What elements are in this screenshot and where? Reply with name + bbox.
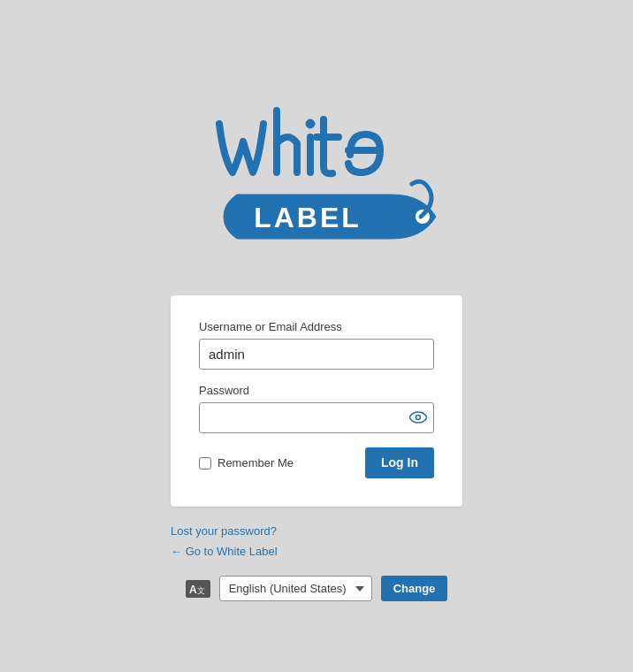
below-card-links: Lost your password? ← Go to White Label [171,524,462,558]
show-password-button[interactable] [409,410,427,424]
white-label-logo: LABEL [193,71,440,274]
password-input-container [199,402,434,433]
remember-me-checkbox[interactable] [199,457,211,470]
svg-point-0 [306,119,315,128]
svg-text:A: A [189,584,197,596]
language-row: A 文 English (United States) English (UK)… [186,576,448,601]
remember-me-text: Remember Me [217,456,294,470]
svg-text:文: 文 [197,586,205,595]
page-container: LABEL Username or Email Address Password [0,53,633,620]
remember-login-row: Remember Me Log In [199,447,434,479]
login-card: Username or Email Address Password Remem… [171,295,462,508]
go-to-white-label-text: Go to White Label [186,545,278,558]
username-input[interactable] [199,339,434,370]
svg-text:LABEL: LABEL [254,202,362,233]
password-label: Password [199,384,434,397]
translate-icon: A 文 [186,580,210,598]
logo-area: LABEL [193,71,440,278]
eye-icon [409,410,427,424]
change-language-button[interactable]: Change [381,576,448,601]
password-input[interactable] [199,402,434,433]
username-field-wrap: Username or Email Address [199,320,434,370]
login-button[interactable]: Log In [365,447,434,479]
back-arrow: ← [171,545,182,558]
go-to-white-label-link[interactable]: ← Go to White Label [171,545,278,558]
svg-point-3 [416,416,421,420]
remember-me-label[interactable]: Remember Me [199,456,294,470]
username-label: Username or Email Address [199,320,434,333]
lost-password-link[interactable]: Lost your password? [171,524,277,538]
password-field-wrap: Password [199,384,434,433]
language-select[interactable]: English (United States) English (UK) Esp… [219,576,372,601]
